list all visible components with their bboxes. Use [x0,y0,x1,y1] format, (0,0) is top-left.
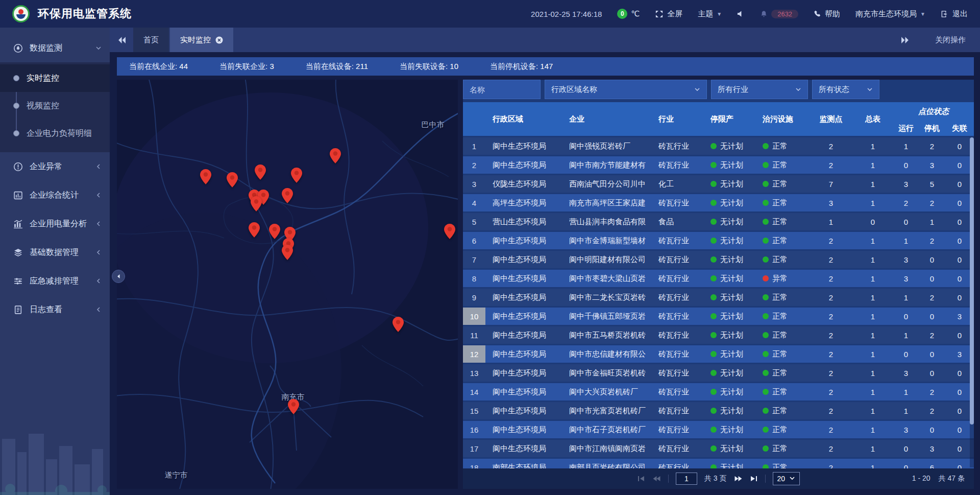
map-pin-icon[interactable] [444,224,455,239]
status-text: 正常 [772,160,788,170]
tab-close-icon[interactable] [215,36,223,44]
cell-company: 阆中大兴页岩机砖厂 [562,383,651,400]
page-number-input[interactable] [676,473,697,485]
table-row[interactable]: 16阆中生态环境局阆中市石子页岩机砖厂砖瓦行业无计划正常21300 [463,421,974,438]
cell-region: 阆中生态环境局 [485,232,562,249]
status-filter-select[interactable]: 所有状态 [812,80,879,99]
cell-region: 阆中生态环境局 [485,289,562,306]
table-row[interactable]: 1阆中生态环境局阆中强锐页岩砖厂砖瓦行业无计划正常21120 [463,137,974,155]
table-row[interactable]: 2阆中生态环境局阆中市南方节能建材有砖瓦行业无计划正常21030 [463,156,974,174]
sidebar-item-power-analysis[interactable]: 企业用电量分析 [0,209,110,238]
map-pin-icon[interactable] [291,168,302,183]
cell-meters: 1 [852,270,893,287]
table-row[interactable]: 11阆中生态环境局阆中市五马桥页岩机砖砖瓦行业无计划正常21120 [463,326,974,344]
logout-button[interactable]: 退出 [941,9,968,19]
status-dot-icon [710,313,717,319]
table-row[interactable]: 3仪陇生态环境局西南油气田分公司川中化工无计划正常71350 [463,175,974,193]
cell-limit: 无计划 [703,459,755,468]
cell-company: 南充市高坪区王家店建 [562,194,651,211]
org-dropdown[interactable]: 南充市生态环境局 ▼ [855,9,925,19]
map-collapse-button[interactable] [112,270,125,283]
theme-dropdown[interactable]: 主题 ▼ [698,9,722,19]
table-row[interactable]: 13阆中生态环境局阆中市金福旺页岩机砖砖瓦行业无计划正常21300 [463,364,974,382]
table-row[interactable]: 14阆中生态环境局阆中大兴页岩机砖厂砖瓦行业无计划正常21120 [463,383,974,400]
col-5: 停限产 [703,102,755,136]
region-filter-select[interactable]: 行政区域名称 [545,80,707,99]
sidebar-item-emergency-reduction[interactable]: 应急减排管理 [0,267,110,295]
industry-filter-select[interactable]: 所有行业 [711,80,808,99]
close-operations-button[interactable]: 关闭操作 [935,35,966,45]
status-text: 无计划 [720,217,743,227]
cell-run: 1 [893,402,919,419]
sidebar-item-base-data[interactable]: 基础数据管理 [0,238,110,267]
sidebar-subitem-2[interactable]: 企业电力负荷明细 [0,120,110,147]
cell-meters: 0 [852,213,893,230]
map-pin-icon[interactable] [282,188,293,203]
cell-run: 1 [893,137,919,155]
map-pin-icon[interactable] [249,222,260,238]
prev-page-button[interactable] [652,476,661,482]
last-page-button[interactable] [750,476,758,482]
cell-facility: 正常 [755,308,810,325]
notifications-button[interactable]: 2632 [760,10,798,18]
help-button[interactable]: 帮助 [814,9,840,19]
speaker-button[interactable] [737,10,745,17]
cell-region: 阆中生态环境局 [485,326,562,344]
cell-stop: 3 [919,156,945,174]
sidebar-subitem-label: 实时监控 [27,73,59,84]
map-pin-icon[interactable] [255,164,266,180]
sidebar-item-log-view[interactable]: 日志查看 [0,295,110,324]
cell-stop: 2 [919,326,945,344]
tab-实时监控[interactable]: 实时监控 [170,28,233,52]
page-size-select[interactable]: 20 [773,472,800,485]
fullscreen-button[interactable]: 全屏 [655,9,682,19]
cell-limit: 无计划 [703,383,755,400]
scrollbar-thumb[interactable] [970,137,974,425]
map-pin-icon[interactable] [288,399,299,414]
table-row[interactable]: 18南部生态环境局南部县页岩砖有限公司砖瓦行业无计划正常21060 [463,459,974,468]
first-page-button[interactable] [637,476,645,482]
table-row[interactable]: 17阆中生态环境局阆中市江南镇阆南页岩砖瓦行业无计划正常21030 [463,440,974,457]
table-row[interactable]: 10阆中生态环境局阆中千佛镇五郎垭页岩砖瓦行业无计划正常21003 [463,308,974,325]
tab-首页[interactable]: 首页 [133,28,169,52]
row-index: 13 [463,364,485,382]
cell-region: 阆中生态环境局 [485,421,562,438]
table-row[interactable]: 4高坪生态环境局南充市高坪区王家店建砖瓦行业无计划正常31220 [463,194,974,211]
cell-points: 2 [810,440,852,457]
chevron-left-icon [95,278,102,284]
table-row[interactable]: 6阆中生态环境局阆中市金博瑞新型墙材砖瓦行业无计划正常21120 [463,232,974,249]
cell-facility: 正常 [755,421,810,438]
map-pin-icon[interactable] [282,245,293,260]
table-header: 行政区域企业行业停限产治污设施监测点总表点位状态运行停机失联 [463,102,974,136]
sidebar-item-data-monitor[interactable]: 数据监测 [0,34,110,62]
table-row[interactable]: 8阆中生态环境局阆中市枣碧大梁山页岩砖瓦行业无计划异常21300 [463,270,974,287]
map-pin-icon[interactable] [227,172,238,187]
status-dot-icon [763,313,769,319]
map-pin-icon[interactable] [330,148,341,163]
map-pin-icon[interactable] [200,169,211,184]
next-page-button[interactable] [734,476,743,482]
name-filter-input[interactable] [463,80,541,99]
cell-stop: 5 [919,175,945,193]
map-panel[interactable]: 巴中市南充市遂宁市 [117,80,458,489]
map-pin-icon[interactable] [251,196,262,211]
map-pin-icon[interactable] [393,317,404,332]
sidebar-item-enterprise-stats[interactable]: 企业综合统计 [0,181,110,209]
map-canvas[interactable] [117,80,458,489]
sidebar-item-enterprise-abnormal[interactable]: 企业异常 [0,152,110,181]
table-row[interactable]: 7阆中生态环境局阆中明阳建材有限公司砖瓦行业无计划正常21300 [463,251,974,268]
table-row[interactable]: 9阆中生态环境局阆中市二龙长宝页岩砖砖瓦行业无计划正常21120 [463,289,974,306]
table-row[interactable]: 12阆中生态环境局阆中市忠信建材有限公砖瓦行业无计划正常21003 [463,345,974,363]
table-row[interactable]: 15阆中生态环境局阆中市光富页岩机砖厂砖瓦行业无计划正常21120 [463,402,974,419]
tabs-scroll-right-icon[interactable] [893,36,917,44]
sidebar-subitem-0[interactable]: 实时监控 [0,64,110,92]
stats-bar: 当前在线企业: 44当前失联企业: 3当前在线设备: 211当前失联设备: 10… [117,57,974,76]
table-row[interactable]: 5营山生态环境局营山县润丰肉食品有限食品无计划正常10010 [463,213,974,230]
map-pin-icon[interactable] [269,224,280,239]
table-scrollbar[interactable] [970,137,974,467]
chevron-left-icon [95,192,102,198]
tabs-scroll-left-icon[interactable] [110,28,133,52]
range-label: 1 - 20 [912,474,930,483]
cell-facility: 正常 [755,156,810,174]
sidebar-subitem-1[interactable]: 视频监控 [0,92,110,120]
